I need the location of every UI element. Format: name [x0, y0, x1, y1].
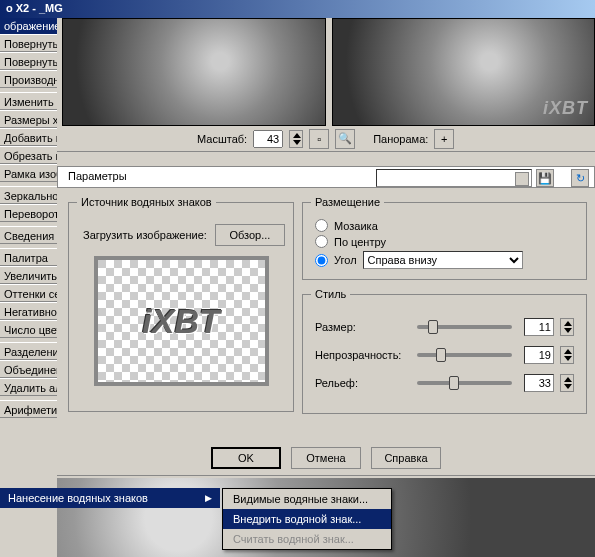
size-slider[interactable] — [417, 325, 512, 329]
menu-item[interactable]: Оттенки се — [0, 284, 57, 302]
opacity-label: Непрозрачность: — [315, 349, 405, 361]
menu-item[interactable]: Зеркальное — [0, 186, 57, 204]
center-label: По центру — [334, 236, 386, 248]
submenu-embed[interactable]: Внедрить водяной знак... — [223, 509, 391, 529]
opacity-value[interactable] — [524, 346, 554, 364]
menu-item[interactable]: Удалить ал — [0, 378, 57, 396]
source-group: Источник водяных знаков Загрузить изобра… — [68, 196, 294, 412]
zoom-label: Масштаб: — [197, 133, 247, 145]
placement-group: Размещение Мозаика По центру Угол Справа… — [302, 196, 587, 280]
cancel-button[interactable]: Отмена — [291, 447, 361, 469]
opacity-spinner[interactable] — [560, 346, 574, 364]
size-spinner[interactable] — [560, 318, 574, 336]
browse-button[interactable]: Обзор... — [215, 224, 285, 246]
source-legend: Источник водяных знаков — [77, 196, 216, 208]
relief-spinner[interactable] — [560, 374, 574, 392]
menu-watermarks-label: Нанесение водяных знаков — [8, 492, 148, 504]
menu-header: ображение — [0, 18, 57, 34]
submenu-read: Считать водяной знак... — [223, 529, 391, 549]
panorama-label: Панорама: — [373, 133, 428, 145]
relief-label: Рельеф: — [315, 377, 405, 389]
chevron-right-icon: ▶ — [205, 493, 212, 503]
menu-item[interactable]: Повернуть — [0, 34, 57, 52]
radio-center[interactable] — [315, 235, 328, 248]
button-row: OK Отмена Справка — [57, 440, 595, 476]
relief-slider[interactable] — [417, 381, 512, 385]
preview-before — [62, 18, 326, 126]
placement-legend: Размещение — [311, 196, 384, 208]
mosaic-label: Мозаика — [334, 220, 378, 232]
menu-item[interactable]: Объединен — [0, 360, 57, 378]
menu-item[interactable]: Добавить п — [0, 128, 57, 146]
menu-item[interactable]: Рамка изоб — [0, 164, 57, 182]
preset-dropdown[interactable] — [376, 169, 532, 187]
left-menu: ображение ПовернутьПовернутьПроизводнИзм… — [0, 18, 57, 557]
watermark-thumbnail: iXBT — [94, 256, 269, 386]
panorama-add-button[interactable]: + — [434, 129, 454, 149]
zoom-bar: Масштаб: ▫ 🔍 Панорама: + — [57, 126, 595, 152]
submenu-visible[interactable]: Видимые водяные знаки... — [223, 489, 391, 509]
style-group: Стиль Размер: Непрозрачность: Рельеф: — [302, 288, 587, 414]
menu-watermarks[interactable]: Нанесение водяных знаков ▶ — [0, 488, 220, 508]
help-button[interactable]: Справка — [371, 447, 441, 469]
size-label: Размер: — [315, 321, 405, 333]
menu-item[interactable]: Изменить р — [0, 92, 57, 110]
params-header: Параметры 💾 ↻ — [57, 166, 595, 188]
menu-item[interactable]: Переворот — [0, 204, 57, 222]
style-legend: Стиль — [311, 288, 350, 300]
menu-item[interactable]: Негативное — [0, 302, 57, 320]
menu-item[interactable]: Сведения о — [0, 226, 57, 244]
watermarks-submenu: Видимые водяные знаки... Внедрить водяно… — [222, 488, 392, 550]
menu-item[interactable]: Число цвет — [0, 320, 57, 338]
corner-select[interactable]: Справа внизу — [363, 251, 523, 269]
menu-item[interactable]: Размеры хо — [0, 110, 57, 128]
preview-after: iXBT — [332, 18, 596, 126]
zoom-fit-icon[interactable]: ▫ — [309, 129, 329, 149]
opacity-slider[interactable] — [417, 353, 512, 357]
radio-mosaic[interactable] — [315, 219, 328, 232]
load-image-label: Загрузить изображение: — [83, 229, 207, 241]
menu-item[interactable]: Палитра — [0, 248, 57, 266]
menu-item[interactable]: Повернуть — [0, 52, 57, 70]
title-bar: o X2 - _MG — [0, 0, 595, 18]
menu-item[interactable]: Обрезать п — [0, 146, 57, 164]
zoom-spinner[interactable] — [289, 130, 303, 148]
zoom-input[interactable] — [253, 130, 283, 148]
params-label: Параметры — [68, 170, 127, 182]
menu-item[interactable]: Увеличить — [0, 266, 57, 284]
zoom-magnify-icon[interactable]: 🔍 — [335, 129, 355, 149]
refresh-icon[interactable]: ↻ — [571, 169, 589, 187]
size-value[interactable] — [524, 318, 554, 336]
radio-corner[interactable] — [315, 254, 328, 267]
preview-area: iXBT — [57, 18, 595, 126]
watermark-text: iXBT — [142, 302, 219, 341]
corner-label: Угол — [334, 254, 357, 266]
relief-value[interactable] — [524, 374, 554, 392]
menu-item[interactable]: Разделение — [0, 342, 57, 360]
watermark-preview: iXBT — [543, 98, 588, 119]
ok-button[interactable]: OK — [211, 447, 281, 469]
save-preset-icon[interactable]: 💾 — [536, 169, 554, 187]
menu-item[interactable]: Арифметич — [0, 400, 57, 418]
menu-item[interactable]: Производн — [0, 70, 57, 88]
